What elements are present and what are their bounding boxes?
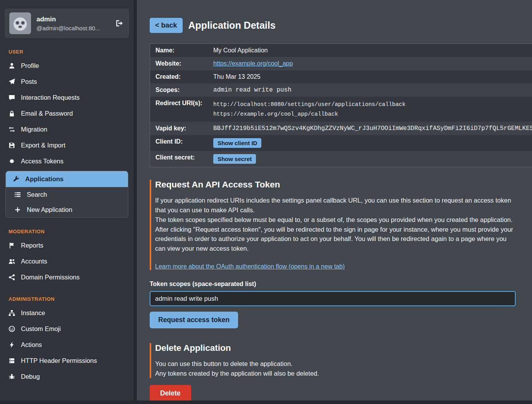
sidebar-item-label: Debug <box>21 373 40 380</box>
sidebar-item-applications[interactable]: Applications <box>6 171 128 187</box>
logout-button[interactable] <box>115 19 124 28</box>
sidebar-item-reports[interactable]: Reports <box>0 238 134 253</box>
sidebar-item-label: Actions <box>21 341 42 349</box>
delete-section-paragraph: You can use this button to delete the ap… <box>155 359 516 369</box>
sidebar-item-access-tokens[interactable]: Access Tokens <box>0 153 134 169</box>
created-value: Thu Mar 13 2025 <box>208 70 532 83</box>
flag-icon <box>9 242 15 249</box>
show-client-id-button[interactable]: Show client ID <box>213 138 262 148</box>
comment-icon <box>9 94 15 101</box>
certificate-icon <box>9 158 15 165</box>
sidebar-item-label: Export & Import <box>21 142 66 149</box>
server-icon <box>9 357 15 364</box>
sidebar-item-label: Migration <box>21 126 47 133</box>
sidebar-item-label: HTTP Header Permissions <box>21 357 97 364</box>
redirect-uri: https://example.org/cool_app/callback <box>213 109 532 119</box>
token-section-paragraph: After clicking "Request access token", y… <box>155 225 516 253</box>
token-scopes-label: Token scopes (space-separated list) <box>150 281 516 288</box>
row-label: Website: <box>150 57 208 70</box>
token-section-text: Request An API Access Token If your appl… <box>150 180 516 270</box>
sign-out-icon <box>115 19 124 28</box>
sidebar-item-debug[interactable]: Debug <box>0 369 134 385</box>
row-label: Vapid key: <box>150 122 208 135</box>
vapid-key-value: BBJffJ219b5iE512m7wQSzv4KgKDhgZZVzNyWC_r… <box>208 122 532 135</box>
sidebar-item-posts[interactable]: Posts <box>0 74 134 90</box>
sidebar-item-search[interactable]: Search <box>6 187 128 202</box>
sidebar-item-custom-emoji[interactable]: Custom Emoji <box>0 321 134 337</box>
bolt-icon <box>9 342 15 348</box>
request-access-token-button[interactable]: Request access token <box>150 312 238 328</box>
sidebar-item-email-password[interactable]: Email & Password <box>0 106 134 121</box>
paper-plane-icon <box>9 78 15 85</box>
sidebar-item-label: Reports <box>21 242 43 249</box>
sidebar-item-http-header-permissions[interactable]: HTTP Header Permissions <box>0 353 134 369</box>
section-label-moderation: MODERATION <box>9 229 134 234</box>
smile-icon <box>9 326 15 332</box>
delete-section-title: Delete Application <box>155 343 516 353</box>
app-name-value: My Cool Application <box>208 44 532 57</box>
plus-icon <box>14 206 21 213</box>
sidebar-item-interaction-requests[interactable]: Interaction Requests <box>0 90 134 106</box>
list-icon <box>14 191 21 198</box>
app-layout: admin @admin@localhost:80... USER Profil… <box>0 0 532 401</box>
delete-section-paragraph: Any tokens created by the application wi… <box>155 369 516 378</box>
table-row-redirect-uris: Redirect URI(s): http://localhost:8080/s… <box>150 97 532 122</box>
sidebar-item-label: Instance <box>21 309 45 317</box>
user-card[interactable]: admin @admin@localhost:80... <box>5 9 129 38</box>
share-nodes-icon <box>9 274 15 281</box>
table-row-created: Created: Thu Mar 13 2025 <box>150 70 532 83</box>
show-secret-button[interactable]: Show secret <box>213 154 256 164</box>
sidebar-item-label: Email & Password <box>21 110 73 117</box>
floppy-icon <box>9 142 15 149</box>
oauth-docs-link[interactable]: Learn more about the OAuth authenticatio… <box>155 263 345 270</box>
row-label: Client ID: <box>150 135 208 151</box>
section-label-user: USER <box>9 49 134 55</box>
back-button[interactable]: < back <box>150 18 183 33</box>
username: admin <box>36 16 110 23</box>
wrench-icon <box>13 176 19 182</box>
sidebar-item-label: Profile <box>21 62 39 69</box>
row-label: Redirect URI(s): <box>150 97 208 122</box>
redirect-uris-value: http://localhost:8080/settings/user/appl… <box>208 97 532 122</box>
main-content: < back Application Details Name: My Cool… <box>137 0 532 401</box>
website-link[interactable]: https://example.org/cool_app <box>213 60 293 67</box>
table-row-client-secret: Client secret: Show secret <box>150 151 532 167</box>
title-row: < back Application Details <box>150 18 516 33</box>
table-row-scopes: Scopes: admin read write push <box>150 83 532 97</box>
row-label: Client secret: <box>150 151 208 167</box>
sidebar-item-label: Search <box>27 191 47 198</box>
exchange-icon <box>9 126 15 133</box>
sidebar-item-instance[interactable]: Instance <box>0 305 134 321</box>
user-card-text: admin @admin@localhost:80... <box>36 16 110 31</box>
sidebar-item-label: Accounts <box>21 258 47 265</box>
sidebar-item-profile[interactable]: Profile <box>0 58 134 74</box>
table-row-name: Name: My Cool Application <box>150 44 532 57</box>
token-section-title: Request An API Access Token <box>155 180 516 190</box>
user-icon <box>9 62 15 69</box>
section-label-administration: ADMINISTRATION <box>9 296 134 302</box>
sidebar-item-label: Access Tokens <box>21 158 64 165</box>
sidebar-item-label: Domain Permissions <box>21 274 79 281</box>
avatar <box>9 12 31 34</box>
users-icon <box>9 258 15 265</box>
sidebar-item-export-import[interactable]: Export & Import <box>0 137 134 153</box>
table-row-vapid-key: Vapid key: BBJffJ219b5iE512m7wQSzv4KgKDh… <box>150 122 532 135</box>
sidebar-item-actions[interactable]: Actions <box>0 337 134 353</box>
sidebar-item-domain-permissions[interactable]: Domain Permissions <box>0 269 134 285</box>
sidebar-item-label: New Application <box>27 206 72 213</box>
row-label: Name: <box>150 44 208 57</box>
sitemap-icon <box>9 310 15 316</box>
sidebar-item-migration[interactable]: Migration <box>0 121 134 137</box>
sidebar-group-applications: Applications Search New Application <box>5 171 128 218</box>
row-label: Scopes: <box>150 83 208 97</box>
delete-button[interactable]: Delete <box>150 385 191 401</box>
page-title: Application Details <box>188 20 276 31</box>
sidebar-item-new-application[interactable]: New Application <box>6 202 128 217</box>
redirect-uri: http://localhost:8080/settings/user/appl… <box>213 100 532 109</box>
lock-icon <box>9 110 15 117</box>
table-row-client-id: Client ID: Show client ID <box>150 135 532 151</box>
sidebar-item-label: Posts <box>21 78 37 85</box>
token-section: Request An API Access Token If your appl… <box>150 180 516 328</box>
token-scopes-input[interactable] <box>150 291 516 306</box>
sidebar-item-accounts[interactable]: Accounts <box>0 253 134 269</box>
